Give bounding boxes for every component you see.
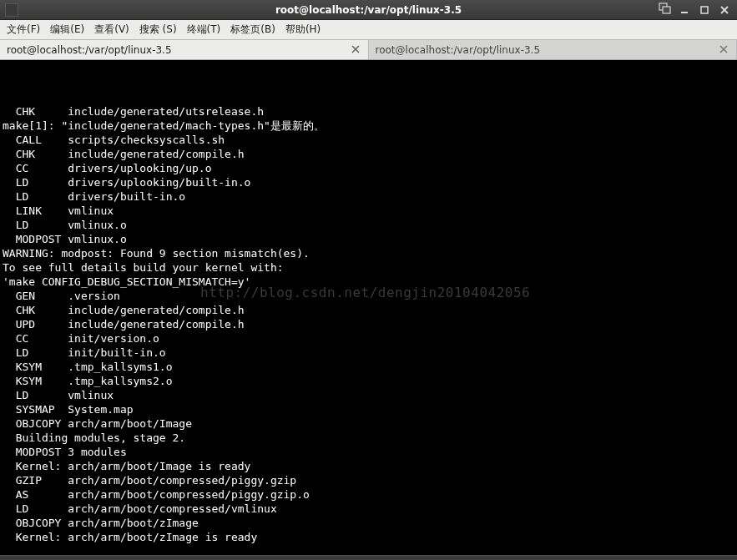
close-icon[interactable] <box>718 43 729 56</box>
terminal-line: UPD include/generated/compile.h <box>3 317 734 331</box>
svg-rect-3 <box>701 7 708 13</box>
menu-file[interactable]: 文件(F) <box>7 23 40 37</box>
terminal-line: KSYM .tmp_kallsyms1.o <box>3 360 734 374</box>
maximize-button[interactable] <box>697 3 712 17</box>
terminal-line: MODPOST vmlinux.o <box>3 232 734 246</box>
titlebar-controls <box>659 3 737 17</box>
menu-view[interactable]: 查看(V) <box>94 23 129 37</box>
close-icon[interactable] <box>350 43 361 56</box>
terminal-line: Building modules, stage 2. <box>3 431 734 445</box>
terminal-line: CHK include/generated/compile.h <box>3 147 734 161</box>
terminal-line: LD arch/arm/boot/compressed/vmlinux <box>3 502 734 516</box>
terminal-line: MODPOST 3 modules <box>3 445 734 459</box>
svg-rect-1 <box>663 7 670 13</box>
terminal-line: LD drivers/built-in.o <box>3 189 734 204</box>
terminal-line: LINK vmlinux <box>3 204 734 218</box>
app-icon <box>5 3 18 17</box>
terminal-line: CALL scripts/checksyscalls.sh <box>3 133 734 147</box>
menu-edit[interactable]: 编辑(E) <box>50 23 84 37</box>
terminal-line: CC init/version.o <box>3 331 734 346</box>
window-bottom-edge <box>0 555 737 560</box>
terminal-line: CHK include/generated/utsrelease.h <box>3 104 734 119</box>
tab-terminal-1[interactable]: root@localhost:/var/opt/linux-3.5 <box>0 40 369 59</box>
menu-help[interactable]: 帮助(H) <box>285 23 321 37</box>
menu-tabs[interactable]: 标签页(B) <box>230 23 275 37</box>
terminal-line: OBJCOPY arch/arm/boot/zImage <box>3 516 734 530</box>
tab-label: root@localhost:/var/opt/linux-3.5 <box>376 44 541 56</box>
terminal-line: LD drivers/uplooking/built-in.o <box>3 175 734 189</box>
tabbar: root@localhost:/var/opt/linux-3.5 root@l… <box>0 40 737 60</box>
terminal-line: Kernel: arch/arm/boot/Image is ready <box>3 459 734 473</box>
terminal-line: GEN .version <box>3 289 734 303</box>
terminal-line: LD init/built-in.o <box>3 346 734 360</box>
window-titlebar: root@localhost:/var/opt/linux-3.5 <box>0 0 737 20</box>
menu-terminal[interactable]: 终端(T) <box>187 23 221 37</box>
close-button[interactable] <box>717 3 732 17</box>
terminal-line: WARNING: modpost: Found 9 section mismat… <box>3 246 734 260</box>
menubar: 文件(F) 编辑(E) 查看(V) 搜索 (S) 终端(T) 标签页(B) 帮助… <box>0 20 737 40</box>
terminal-line: make[1]: "include/generated/mach-types.h… <box>3 119 734 133</box>
terminal-line: 'make CONFIG_DEBUG_SECTION_MISMATCH=y' <box>3 275 734 289</box>
minimize-button[interactable] <box>677 3 692 17</box>
tab-terminal-2[interactable]: root@localhost:/var/opt/linux-3.5 <box>369 40 738 59</box>
terminal-line: OBJCOPY arch/arm/boot/Image <box>3 416 734 431</box>
terminal-lines-container: CHK include/generated/utsrelease.hmake[1… <box>3 104 734 544</box>
terminal-line: CHK include/generated/compile.h <box>3 303 734 317</box>
terminal-line: AS arch/arm/boot/compressed/piggy.gzip.o <box>3 487 734 502</box>
terminal-line: CC drivers/uplooking/up.o <box>3 161 734 175</box>
terminal-output[interactable]: http://blog.csdn.net/dengjin20104042056 … <box>0 60 737 555</box>
window-title: root@localhost:/var/opt/linux-3.5 <box>0 4 737 16</box>
terminal-line: SYSMAP System.map <box>3 402 734 416</box>
terminal-line: LD vmlinux <box>3 388 734 402</box>
menu-search[interactable]: 搜索 (S) <box>139 23 177 37</box>
terminal-line: KSYM .tmp_kallsyms2.o <box>3 374 734 388</box>
tray-icon[interactable] <box>659 3 672 17</box>
terminal-line: LD vmlinux.o <box>3 218 734 232</box>
terminal-line: To see full details build your kernel wi… <box>3 260 734 275</box>
terminal-line: GZIP arch/arm/boot/compressed/piggy.gzip <box>3 473 734 487</box>
terminal-line: Kernel: arch/arm/boot/zImage is ready <box>3 530 734 544</box>
tab-label: root@localhost:/var/opt/linux-3.5 <box>7 44 172 56</box>
